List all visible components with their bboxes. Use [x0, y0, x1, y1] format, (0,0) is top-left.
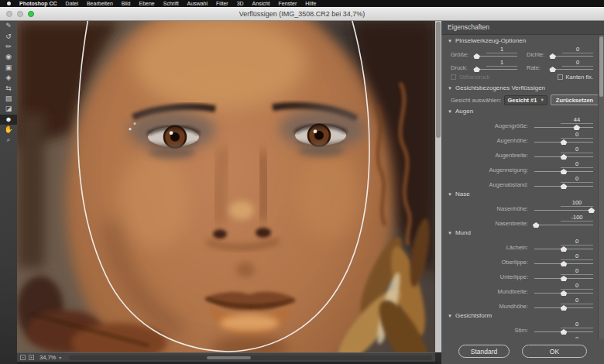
collapse-triangle-icon[interactable]: ▼	[448, 86, 452, 91]
menu-3d[interactable]: 3D	[237, 0, 244, 7]
ok-button[interactable]: OK	[522, 345, 587, 358]
slider-thumb[interactable]	[561, 139, 568, 145]
forward-warp-tool-icon[interactable]: ✎	[0, 21, 17, 31]
slider-thumb[interactable]	[561, 246, 568, 252]
face-tool-icon[interactable]: ☻	[0, 115, 17, 125]
slider-value-field[interactable]: 0	[561, 146, 593, 153]
slider-value-field[interactable]: 1	[486, 59, 517, 67]
slider-track[interactable]	[534, 156, 593, 157]
smooth-tool-icon[interactable]: ✏	[0, 42, 17, 52]
slider-value-field[interactable]: 0	[562, 59, 593, 67]
slider-track[interactable]	[534, 210, 593, 211]
menu-auswahl[interactable]: Auswahl	[187, 0, 208, 7]
slider-value-field[interactable]: 1	[486, 46, 517, 53]
standard-button[interactable]: Standard	[458, 345, 510, 358]
image-canvas[interactable]	[17, 21, 435, 352]
group-header-mund[interactable]: ▼Mund	[448, 228, 595, 238]
reconstruct-tool-icon[interactable]: ↺	[0, 31, 17, 41]
zoom-tool-icon[interactable]: ⌕	[0, 135, 17, 145]
canvas-horizontal-scrollbar-thumb[interactable]	[207, 356, 250, 359]
slider-thumb[interactable]	[561, 305, 568, 311]
slider-value-field[interactable]: 0	[561, 160, 593, 168]
slider-track[interactable]	[534, 331, 593, 332]
slider-thumb[interactable]	[561, 329, 568, 335]
slider-track[interactable]	[551, 56, 593, 57]
canvas-vertical-scrollbar[interactable]	[435, 21, 441, 352]
slider-value-field[interactable]: 0	[561, 282, 593, 290]
slider-track[interactable]	[534, 249, 593, 249]
slider-thumb[interactable]	[561, 169, 568, 174]
slider-thumb[interactable]	[549, 53, 556, 59]
slider-thumb[interactable]	[561, 154, 568, 160]
face-liquify-section-header[interactable]: ▼Gesichtsbezogenes Verflüssigen	[448, 84, 595, 93]
slider-track[interactable]	[534, 171, 593, 172]
menu-hilfe[interactable]: Hilfe	[305, 0, 316, 7]
hand-tool-icon[interactable]: ✋	[0, 125, 17, 135]
collapse-triangle-icon[interactable]: ▼	[448, 39, 452, 43]
freeze-mask-tool-icon[interactable]: ▨	[0, 94, 17, 104]
panel-vertical-scrollbar-thumb[interactable]	[599, 36, 603, 97]
group-header-nase[interactable]: ▼Nase	[448, 190, 595, 199]
zoom-level-value[interactable]: 34,7%	[39, 354, 56, 361]
slider-value-field[interactable]: 44	[561, 116, 593, 124]
menu-fenster[interactable]: Fenster	[279, 0, 297, 7]
slider-value-field[interactable]: 0	[561, 131, 593, 139]
collapse-triangle-icon[interactable]: ▼	[448, 109, 452, 114]
menu-bild[interactable]: Bild	[122, 0, 131, 7]
slider-track[interactable]	[534, 225, 593, 225]
slider-value-field[interactable]: -100	[561, 214, 593, 221]
slider-value-field[interactable]: 0	[561, 252, 593, 260]
slider-thumb[interactable]	[473, 67, 480, 72]
bloat-tool-icon[interactable]: ◈	[0, 73, 17, 83]
brush-options-section-header[interactable]: ▼Pinselwerkzeug-Optionen	[448, 36, 595, 46]
slider-thumb[interactable]	[561, 276, 568, 281]
slider-value-field[interactable]: 0	[561, 267, 593, 275]
slider-track[interactable]	[551, 69, 593, 70]
menu-photoshop-cc[interactable]: Photoshop CC	[19, 0, 57, 7]
face-select-dropdown[interactable]: Gesicht #1▼	[504, 95, 547, 105]
zoom-in-button[interactable]: +	[29, 355, 34, 360]
slider-value-field[interactable]: 0	[561, 321, 593, 328]
thaw-mask-tool-icon[interactable]: ◪	[0, 104, 17, 114]
slider-thumb[interactable]	[533, 222, 540, 228]
pucker-tool-icon[interactable]: ▣	[0, 63, 17, 73]
menu-ansicht[interactable]: Ansicht	[252, 0, 270, 7]
slider-thumb[interactable]	[473, 53, 480, 59]
slider-value-field[interactable]: 0	[561, 238, 593, 246]
slider-track[interactable]	[534, 263, 593, 264]
push-left-tool-icon[interactable]: ⇆	[0, 83, 17, 93]
group-header-gesichtsform[interactable]: ▼Gesichtsform	[448, 311, 595, 321]
slider-track[interactable]	[534, 127, 593, 128]
menu-schrift[interactable]: Schrift	[163, 0, 179, 7]
canvas-vertical-scrollbar-thumb[interactable]	[436, 22, 441, 138]
collapse-triangle-icon[interactable]: ▼	[448, 192, 452, 197]
slider-track[interactable]	[534, 293, 593, 294]
collapse-triangle-icon[interactable]: ▼	[448, 314, 452, 318]
group-header-augen[interactable]: ▼Augen	[448, 107, 595, 116]
slider-thumb[interactable]	[549, 67, 556, 72]
slider-track[interactable]	[534, 186, 593, 187]
slider-thumb[interactable]	[561, 261, 568, 266]
reset-button[interactable]: Zurücksetzen	[551, 94, 598, 105]
slider-value-field[interactable]: 0	[561, 175, 593, 183]
slider-track[interactable]	[475, 69, 517, 70]
checkbox-icon[interactable]	[558, 74, 563, 80]
slider-thumb[interactable]	[561, 290, 568, 296]
slider-track[interactable]	[534, 307, 593, 308]
menu-bearbeiten[interactable]: Bearbeiten	[87, 0, 113, 7]
slider-track[interactable]	[534, 142, 593, 143]
menu-filter[interactable]: Filter	[216, 0, 228, 7]
slider-track[interactable]	[475, 56, 517, 57]
panel-vertical-scrollbar[interactable]	[598, 35, 604, 338]
slider-value-field[interactable]: 100	[561, 199, 593, 207]
slider-thumb[interactable]	[561, 184, 568, 189]
menu-datei[interactable]: Datei	[66, 0, 78, 7]
slider-value-field[interactable]: 0	[561, 297, 593, 304]
slider-value-field[interactable]: 0	[562, 46, 593, 53]
slider-thumb[interactable]	[588, 208, 595, 213]
zoom-out-button[interactable]: −	[20, 355, 26, 360]
canvas-horizontal-scrollbar[interactable]	[69, 355, 432, 360]
menu-ebene[interactable]: Ebene	[139, 0, 155, 7]
slider-thumb[interactable]	[573, 125, 580, 130]
apple-logo-icon[interactable]	[7, 2, 11, 5]
